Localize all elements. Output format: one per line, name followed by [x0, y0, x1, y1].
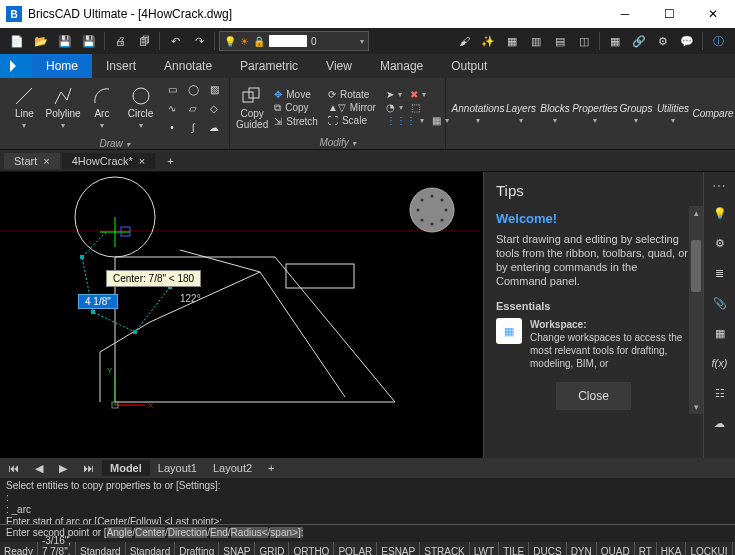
grid-icon[interactable]: ▦ [709, 322, 731, 344]
rotate-button[interactable]: ⟳Rotate [324, 88, 380, 101]
structure-icon[interactable]: ☷ [709, 382, 731, 404]
tips-close-button[interactable]: Close [556, 382, 631, 410]
tips-scrollbar[interactable]: ▴▾ [689, 206, 703, 414]
polyline-button[interactable]: Polyline▾ [45, 84, 82, 132]
scale-button[interactable]: ⛶Scale [324, 114, 380, 127]
groups-panel[interactable]: Groups▾ [618, 101, 654, 127]
properties-icon[interactable]: ▦ [604, 30, 626, 52]
status-drafting[interactable]: Drafting [175, 542, 219, 555]
copy-guided-button[interactable]: CopyGuided [236, 86, 268, 130]
drawing-canvas[interactable]: X Y 122° Center: 7/8" < 180 4 1/8" [0, 172, 483, 458]
hatch-icon[interactable]: ▨ [203, 80, 225, 98]
status-standard-1[interactable]: Standard [76, 542, 126, 555]
attach-icon[interactable]: 📎 [709, 292, 731, 314]
new-tab-button[interactable]: + [157, 153, 183, 169]
app-menu-button[interactable] [0, 54, 32, 78]
grid1-icon[interactable]: ▦ [501, 30, 523, 52]
layers-icon[interactable]: ≣ [709, 262, 731, 284]
ellipse-icon[interactable]: ◯ [182, 80, 204, 98]
help-icon[interactable]: ⓘ [707, 30, 729, 52]
dynamic-dimension-input[interactable]: 4 1/8" [78, 294, 118, 309]
lightbulb-icon[interactable]: 💡 [709, 202, 731, 224]
tab-insert[interactable]: Insert [92, 54, 150, 78]
toggle-ortho[interactable]: ORTHO [289, 542, 334, 555]
wand-icon[interactable]: ✨ [477, 30, 499, 52]
point-icon[interactable]: • [161, 118, 183, 136]
compare-panel[interactable]: Compare [692, 106, 734, 121]
grid4-icon[interactable]: ◫ [573, 30, 595, 52]
undo-icon[interactable]: ↶ [164, 30, 186, 52]
tab-view[interactable]: View [312, 54, 366, 78]
close-tab-icon[interactable]: × [139, 155, 145, 167]
print-preview-icon[interactable]: 🗐 [133, 30, 155, 52]
save-icon[interactable]: 💾 [54, 30, 76, 52]
properties-panel[interactable]: Properties▾ [572, 101, 618, 127]
open-icon[interactable]: 📂 [30, 30, 52, 52]
curve-icon[interactable]: ∫ [182, 118, 204, 136]
toggle-lwt[interactable]: LWT [470, 542, 499, 555]
move-button[interactable]: ✥Move [270, 88, 322, 101]
tab-home[interactable]: Home [32, 54, 92, 78]
maximize-button[interactable]: ☐ [647, 0, 691, 28]
fillet-button[interactable]: ◔▾⬚ [382, 101, 453, 114]
tab-manage[interactable]: Manage [366, 54, 437, 78]
tab-output[interactable]: Output [437, 54, 501, 78]
gear-icon[interactable]: ⚙ [652, 30, 674, 52]
tab-parametric[interactable]: Parametric [226, 54, 312, 78]
toggle-snap[interactable]: SNAP [219, 542, 255, 555]
circle-button[interactable]: Circle▾ [122, 84, 159, 132]
redo-icon[interactable]: ↷ [188, 30, 210, 52]
saveas-icon[interactable]: 💾 [78, 30, 100, 52]
spline-icon[interactable]: ∿ [161, 99, 183, 117]
toggle-rt[interactable]: RT [635, 542, 657, 555]
cloud-icon[interactable]: ☁ [709, 412, 731, 434]
toggle-lockui[interactable]: LOCKUI [686, 542, 732, 555]
copy-button[interactable]: ⧉Copy [270, 101, 322, 115]
sliders-icon[interactable]: ⚙ [709, 232, 731, 254]
array-button[interactable]: ⋮⋮⋮▾▦▾ [382, 114, 453, 127]
side-more-icon[interactable]: ⋯ [712, 178, 728, 194]
print-icon[interactable]: 🖨 [109, 30, 131, 52]
boundary-icon[interactable]: ◇ [203, 99, 225, 117]
minimize-button[interactable]: ─ [603, 0, 647, 28]
tab-layout1[interactable]: Layout1 [150, 460, 205, 476]
link-icon[interactable]: 🔗 [628, 30, 650, 52]
line-button[interactable]: Line▾ [6, 84, 43, 132]
nav-last-icon[interactable]: ⏭ [75, 460, 102, 476]
tab-document[interactable]: 4HowCrack*× [62, 153, 156, 169]
tab-layout2[interactable]: Layout2 [205, 460, 260, 476]
fx-icon[interactable]: f(x) [709, 352, 731, 374]
tab-annotate[interactable]: Annotate [150, 54, 226, 78]
close-tab-icon[interactable]: × [43, 155, 49, 167]
nav-prev-icon[interactable]: ◀ [27, 460, 51, 477]
paintbrush-icon[interactable]: 🖌 [453, 30, 475, 52]
nav-next-icon[interactable]: ▶ [51, 460, 75, 477]
region-icon[interactable]: ▱ [182, 99, 204, 117]
toggle-grid[interactable]: GRID [255, 542, 289, 555]
layers-panel[interactable]: Layers▾ [504, 101, 538, 127]
tab-start[interactable]: Start× [4, 153, 60, 169]
cloud-icon[interactable]: ☁ [203, 118, 225, 136]
trim-button[interactable]: ➤▾✖▾ [382, 88, 453, 101]
new-icon[interactable]: 📄 [6, 30, 28, 52]
rect-icon[interactable]: ▭ [161, 80, 183, 98]
toggle-tile[interactable]: TILE [499, 542, 529, 555]
grid3-icon[interactable]: ▤ [549, 30, 571, 52]
command-prompt[interactable]: Enter second point or [Angle/Center/Dire… [0, 524, 735, 542]
mirror-button[interactable]: ▲▽Mirror [324, 101, 380, 114]
toggle-polar[interactable]: POLAR [334, 542, 377, 555]
tab-model[interactable]: Model [102, 460, 150, 476]
add-layout-button[interactable]: + [260, 460, 282, 476]
utilities-panel[interactable]: Utilities▾ [654, 101, 692, 127]
arc-button[interactable]: Arc▾ [84, 84, 121, 132]
blocks-panel[interactable]: Blocks▾ [538, 101, 572, 127]
nav-first-icon[interactable]: ⏮ [0, 460, 27, 476]
layer-dropdown[interactable]: 💡 ☀ 🔒 0 ▾ [219, 31, 369, 51]
chat-icon[interactable]: 💬 [676, 30, 698, 52]
grid2-icon[interactable]: ▥ [525, 30, 547, 52]
close-window-button[interactable]: ✕ [691, 0, 735, 28]
status-standard-2[interactable]: Standard [126, 542, 176, 555]
toggle-hka[interactable]: HKA [657, 542, 687, 555]
toggle-strack[interactable]: STRACK [420, 542, 470, 555]
toggle-quad[interactable]: QUAD [597, 542, 635, 555]
